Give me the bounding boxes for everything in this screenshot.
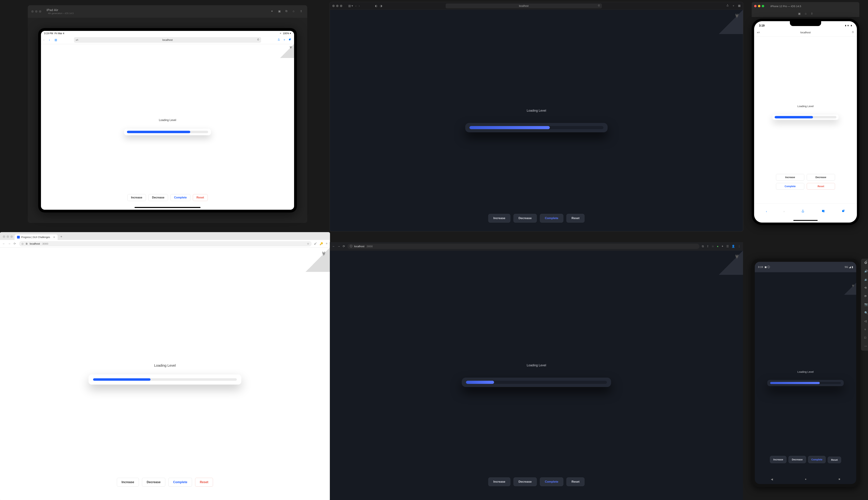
dev-corner-flag[interactable] bbox=[719, 10, 743, 34]
bookmark-star-icon[interactable]: ☆ bbox=[711, 245, 714, 248]
shield-icon[interactable]: ◐ bbox=[375, 4, 377, 8]
back-icon[interactable]: ‹ bbox=[355, 4, 356, 8]
forward-icon[interactable]: › bbox=[359, 4, 360, 8]
reload-icon[interactable]: ⟳ bbox=[13, 242, 17, 245]
address-bar[interactable]: ◇ 🗎 localhost:3000 ☆ bbox=[19, 241, 312, 246]
increase-button[interactable]: Increase bbox=[776, 174, 804, 181]
dev-corner-flag[interactable] bbox=[844, 283, 856, 295]
cast-icon[interactable]: ⧉ bbox=[702, 245, 704, 248]
share-icon[interactable]: ⇪ bbox=[300, 10, 304, 13]
sidebar-icon[interactable]: ▥ bbox=[55, 38, 58, 42]
camera-icon[interactable]: 📷 bbox=[864, 303, 868, 307]
new-tab-icon[interactable]: ＋ bbox=[732, 4, 735, 8]
home-icon[interactable]: ● bbox=[805, 478, 807, 481]
reader-aa-icon[interactable]: ᴀA bbox=[757, 31, 760, 34]
dev-corner-flag[interactable] bbox=[306, 248, 330, 272]
decrease-button[interactable]: Decrease bbox=[514, 214, 537, 223]
forward-icon[interactable]: › bbox=[49, 38, 52, 42]
increase-button[interactable]: Increase bbox=[488, 214, 510, 223]
decrease-button[interactable]: Decrease bbox=[142, 478, 165, 487]
new-tab-icon[interactable]: ＋ bbox=[58, 233, 65, 240]
bookmark-star-icon[interactable]: ☆ bbox=[307, 242, 309, 245]
record-icon[interactable]: ⧉ bbox=[285, 10, 289, 13]
complete-button[interactable]: Complete bbox=[168, 478, 192, 487]
home-icon[interactable]: ⌂ bbox=[293, 10, 297, 13]
screenshot-icon[interactable]: ▣ bbox=[278, 10, 282, 13]
forward-icon[interactable]: → bbox=[8, 242, 11, 245]
increase-button[interactable]: Increase bbox=[117, 478, 139, 487]
home-icon[interactable]: ○ bbox=[864, 328, 868, 332]
increase-button[interactable]: Increase bbox=[488, 477, 510, 486]
reload-icon[interactable] bbox=[852, 31, 854, 34]
overview-icon[interactable]: □ bbox=[864, 336, 868, 340]
close-icon[interactable]: ✕ — bbox=[866, 260, 868, 262]
recents-icon[interactable]: ■ bbox=[838, 478, 840, 481]
tabs-icon[interactable] bbox=[288, 38, 292, 42]
appearance-icon[interactable]: ◑ bbox=[380, 4, 382, 8]
reset-button[interactable]: Reset bbox=[567, 214, 584, 223]
profile-icon[interactable]: 👤 bbox=[732, 245, 735, 248]
share-icon[interactable] bbox=[726, 4, 729, 8]
window-traffic-lights[interactable] bbox=[332, 5, 342, 7]
reset-button[interactable]: Reset bbox=[828, 457, 841, 463]
reader-aa-icon[interactable]: ᴀA bbox=[76, 39, 78, 41]
rotate-left-icon[interactable]: ⟲ bbox=[864, 286, 868, 290]
decrease-button[interactable]: Decrease bbox=[514, 477, 537, 486]
address-bar[interactable]: ⓘ localhost:3000 bbox=[347, 244, 699, 249]
home-indicator[interactable] bbox=[135, 207, 201, 208]
back-icon[interactable]: ‹ bbox=[766, 210, 767, 213]
back-icon[interactable]: ◁ bbox=[864, 319, 868, 323]
back-icon[interactable]: ◀ bbox=[771, 478, 773, 481]
reload-icon[interactable] bbox=[257, 38, 259, 41]
window-traffic-lights[interactable] bbox=[3, 236, 13, 238]
reset-button[interactable]: Reset bbox=[807, 183, 835, 190]
reset-button[interactable]: Reset bbox=[193, 194, 208, 201]
sidebar-icon[interactable]: ▥ ▾ bbox=[348, 4, 353, 8]
reset-button[interactable]: Reset bbox=[195, 478, 213, 487]
zoom-icon[interactable]: 🔍 bbox=[864, 311, 868, 315]
address-bar[interactable]: localhost bbox=[446, 3, 602, 8]
back-icon[interactable]: ← bbox=[332, 245, 335, 248]
decrease-button[interactable]: Decrease bbox=[148, 194, 168, 201]
home-indicator[interactable] bbox=[793, 220, 818, 221]
bookmarks-icon[interactable] bbox=[821, 209, 825, 214]
complete-button[interactable]: Complete bbox=[170, 194, 191, 201]
volume-up-icon[interactable]: 🔊 bbox=[864, 270, 868, 273]
share-icon[interactable]: ⇪ bbox=[811, 12, 813, 15]
complete-button[interactable]: Complete bbox=[540, 477, 563, 486]
increase-button[interactable]: Increase bbox=[127, 194, 146, 201]
home-icon[interactable]: ⌂ bbox=[805, 12, 807, 15]
complete-button[interactable]: Complete bbox=[540, 214, 563, 223]
wand-icon[interactable]: ✦ bbox=[271, 10, 275, 13]
forward-icon[interactable]: › bbox=[784, 210, 785, 213]
rotate-right-icon[interactable]: ⟳ bbox=[864, 294, 868, 298]
decrease-button[interactable]: Decrease bbox=[807, 174, 835, 181]
reading-list-icon[interactable]: ☰ bbox=[726, 245, 729, 248]
site-info-icon[interactable]: ◇ bbox=[22, 242, 24, 245]
window-traffic-lights[interactable] bbox=[754, 5, 764, 7]
tab-overview-icon[interactable]: ▦ bbox=[738, 4, 741, 8]
site-info-icon[interactable]: ⓘ bbox=[350, 245, 352, 248]
window-traffic-lights[interactable] bbox=[31, 10, 41, 13]
volume-down-icon[interactable]: 🔉 bbox=[864, 278, 868, 282]
screenshot-icon[interactable]: ▣ bbox=[798, 12, 801, 15]
complete-button[interactable]: Complete bbox=[808, 456, 826, 463]
dev-corner-flag[interactable] bbox=[280, 44, 294, 58]
extension-icon[interactable]: 🖌 bbox=[314, 242, 317, 245]
more-icon[interactable]: ⋯ bbox=[864, 344, 868, 348]
menu-icon[interactable]: ≡ bbox=[326, 242, 328, 245]
new-tab-icon[interactable]: ＋ bbox=[283, 38, 286, 42]
url-host[interactable]: localhost bbox=[800, 31, 811, 34]
tabs-icon[interactable] bbox=[842, 209, 845, 214]
menu-icon[interactable]: ⋮ bbox=[738, 245, 741, 248]
back-icon[interactable]: ‹ bbox=[43, 38, 47, 42]
close-tab-icon[interactable]: ✕ bbox=[53, 236, 55, 239]
decrease-button[interactable]: Decrease bbox=[788, 456, 806, 463]
browser-tab[interactable]: Progress | GUI Challenges ✕ bbox=[14, 234, 58, 240]
complete-button[interactable]: Complete bbox=[776, 183, 804, 190]
forward-icon[interactable]: → bbox=[338, 245, 340, 248]
address-bar[interactable]: ᴀA localhost bbox=[74, 37, 261, 43]
ipad-titlebar[interactable]: iPad Air 4th generation – iOS 14.5 ✦ ▣ ⧉… bbox=[28, 5, 307, 18]
back-icon[interactable]: ← bbox=[2, 242, 5, 245]
share-icon[interactable] bbox=[801, 209, 804, 214]
